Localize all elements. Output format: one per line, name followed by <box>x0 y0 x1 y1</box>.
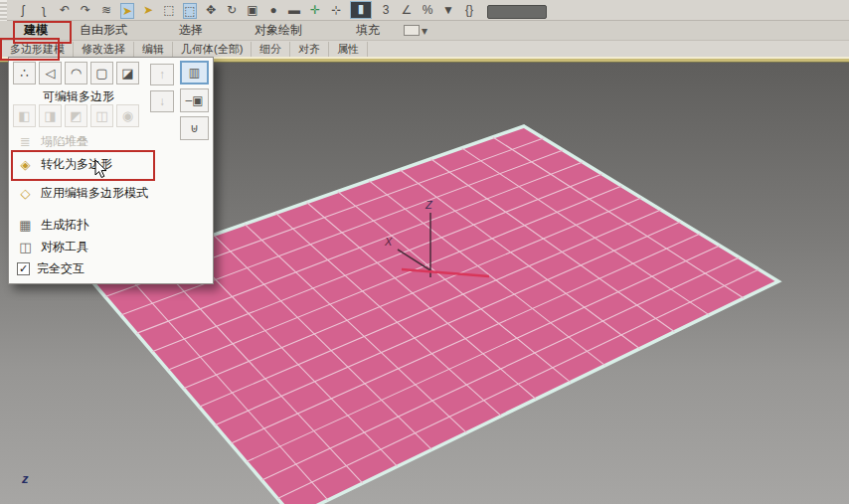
symmetry-tool-icon: ◫ <box>17 240 34 254</box>
ribbon-minimize-icon <box>404 25 420 36</box>
axis-label-x: X <box>384 236 393 248</box>
snap-3-icon[interactable]: 3 <box>379 3 393 19</box>
align-pick-icon[interactable]: ⊹ <box>329 3 343 19</box>
section-modify-selection[interactable]: 修改选择 <box>74 42 134 57</box>
curve-right-icon[interactable]: ʅ <box>37 3 51 19</box>
section-geometry-all[interactable]: 几何体(全部) <box>173 42 252 57</box>
tab-modeling[interactable]: 建模 <box>14 22 58 39</box>
move-icon[interactable]: ✥ <box>204 3 218 19</box>
menu-item-label: 应用编辑多边形模式 <box>41 185 148 202</box>
modifier-icon-3[interactable]: ◩ <box>65 104 87 127</box>
rotate-icon[interactable]: ↻ <box>225 3 239 19</box>
pivot-icon[interactable]: ● <box>266 3 280 19</box>
percent-snap-icon[interactable]: % <box>421 3 434 19</box>
menu-item-full-interactivity[interactable]: ✓ 完全交互 <box>17 260 85 277</box>
menu-item-generate-topology[interactable]: ▦ 生成拓扑 <box>17 217 88 234</box>
world-axis-z-label: z <box>22 471 29 486</box>
menu-item-label: 塌陷堆叠 <box>41 133 88 150</box>
select-object-icon[interactable]: ➤ <box>120 3 134 19</box>
edge-mode-icon[interactable]: ◁ <box>39 62 62 84</box>
tab-populate[interactable]: 填充 <box>346 22 390 39</box>
modifier-icon-4[interactable]: ◫ <box>90 104 113 127</box>
pin-stack-icon[interactable]: ‒▣ <box>180 88 209 112</box>
select-cursor-icon[interactable]: ➤ <box>141 3 155 19</box>
element-mode-icon[interactable]: ◪ <box>116 62 139 84</box>
panel-side-buttons: ▥‒▣⊎ <box>180 61 209 140</box>
apply-edit-poly-icon: ◇ <box>17 186 34 201</box>
tab-freeform[interactable]: 自由形式 <box>70 22 137 39</box>
snap-dropdown-icon[interactable]: ▼ <box>441 3 455 19</box>
ribbon-options-button[interactable]: ▾ <box>404 24 427 38</box>
undo-icon[interactable]: ↶ <box>58 3 72 19</box>
curve-left-icon[interactable]: ʃ <box>16 3 30 19</box>
tab-object-paint[interactable]: 对象绘制 <box>245 22 312 39</box>
menu-item-label: 生成拓扑 <box>41 217 88 234</box>
menu-item-collapse-stack: ≣ 塌陷堆叠 <box>17 133 88 150</box>
section-subdivision[interactable]: 细分 <box>252 42 290 57</box>
checkbox-checked-icon[interactable]: ✓ <box>17 262 30 275</box>
angle-snap-icon[interactable]: ∠ <box>400 3 414 19</box>
menu-item-apply-edit-poly[interactable]: ◇ 应用编辑多边形模式 <box>17 185 148 202</box>
vertex-mode-icon[interactable]: ∴ <box>13 62 36 84</box>
editable-poly-label: 可编辑多边形 <box>9 88 148 105</box>
border-mode-icon[interactable]: ◠ <box>65 62 87 84</box>
menu-item-label: 转化为多边形 <box>41 156 112 173</box>
redo-icon[interactable]: ↷ <box>79 3 92 19</box>
tab-selection[interactable]: 选择 <box>169 22 213 39</box>
section-edit[interactable]: 编辑 <box>134 42 173 57</box>
named-sets-icon[interactable]: {} <box>462 3 476 19</box>
polygon-modeling-panel: ∴◁◠▢◪ 可编辑多边形 ◧◨◩◫◉ ↑↓ ▥‒▣⊎ ≣ 塌陷堆叠 ◈ 转化为多… <box>8 57 214 284</box>
modifier-icon-5[interactable]: ◉ <box>116 104 139 127</box>
link-icon[interactable]: ≋ <box>99 3 113 19</box>
selection-filter-icon[interactable]: ▬ <box>287 3 301 19</box>
rect-select-icon[interactable]: ⬚ <box>162 3 176 19</box>
convert-to-poly-icon: ◈ <box>17 157 34 172</box>
section-properties[interactable]: 属性 <box>329 42 368 57</box>
axis-label-z: Z <box>424 199 433 211</box>
section-align[interactable]: 对齐 <box>290 42 329 57</box>
menu-item-convert-to-poly[interactable]: ◈ 转化为多边形 <box>17 156 112 173</box>
chevron-down-icon: ▾ <box>422 24 427 38</box>
previous-modifier-icon[interactable]: ↑ <box>150 64 174 85</box>
stack-display-icon[interactable]: ▥ <box>180 61 209 84</box>
modifier-icon-2[interactable]: ◨ <box>39 104 62 127</box>
menu-item-label: 对称工具 <box>41 239 88 255</box>
generate-topology-icon: ▦ <box>17 218 34 233</box>
snaps-toggle-icon[interactable]: ▮ <box>350 1 372 19</box>
ribbon-tab-row: 建模 自由形式 选择 对象绘制 填充 ▾ <box>0 21 849 40</box>
menu-item-symmetry-tool[interactable]: ◫ 对称工具 <box>17 239 88 255</box>
snap-plus-icon[interactable]: ✛ <box>308 3 322 19</box>
stack-nav-buttons: ↑↓ <box>150 64 174 112</box>
scale-icon[interactable]: ▣ <box>246 3 259 19</box>
polygon-mode-icon[interactable]: ▢ <box>90 62 113 84</box>
section-polygon-modeling[interactable]: 多边形建模 <box>2 42 74 57</box>
main-toolbar: ʃʅ↶↷≋➤➤⬚⬚✥↻▣●▬✛⊹▮3∠%▼{} <box>0 0 849 21</box>
application-window: ʃʅ↶↷≋➤➤⬚⬚✥↻▣●▬✛⊹▮3∠%▼{} 建模 自由形式 选择 对象绘制 … <box>0 0 849 504</box>
region-select-icon[interactable]: ⬚ <box>183 3 197 19</box>
collapse-stack-icon: ≣ <box>17 134 34 149</box>
menu-item-label: 完全交互 <box>37 260 85 277</box>
preview-icon[interactable]: ⊎ <box>180 116 209 140</box>
subobject-mode-buttons: ∴◁◠▢◪ <box>13 62 139 84</box>
next-modifier-icon[interactable]: ↓ <box>150 90 174 112</box>
toolbar-field[interactable] <box>487 5 547 19</box>
modifier-buttons: ◧◨◩◫◉ <box>13 104 139 127</box>
modifier-icon-1[interactable]: ◧ <box>13 104 36 127</box>
